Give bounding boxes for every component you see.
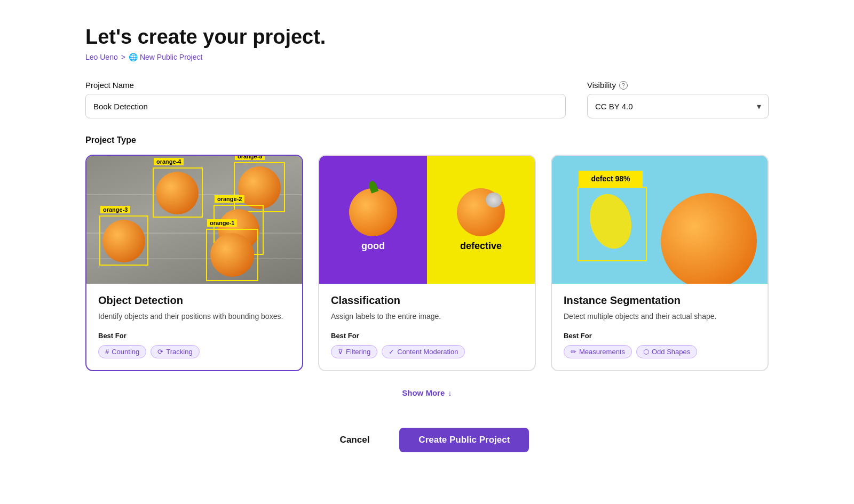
arrow-down-icon: ↓: [448, 388, 452, 397]
card-desc-object-detection: Identify objects and their positions wit…: [98, 311, 290, 322]
tag-filtering: ⊽ Filtering: [331, 345, 377, 358]
create-project-button[interactable]: Create Public Project: [399, 428, 529, 452]
page-title: Let's create your project.: [85, 26, 769, 49]
card-title-object-detection: Object Detection: [98, 294, 290, 307]
hash-icon: #: [105, 348, 109, 356]
card-image-object-detection: orange-3 orange-4 orange-5 orang: [86, 156, 302, 284]
best-for-label-od: Best For: [98, 332, 290, 340]
is-bounding-rect: [578, 187, 647, 261]
tag-measurements: ✏ Measurements: [564, 345, 632, 358]
tag-counting-label: Counting: [112, 348, 139, 356]
visibility-group: Visibility ? CC BY 4.0 Private Public ▾: [587, 81, 769, 118]
card-body-instance-seg: Instance Segmentation Detect multiple ob…: [552, 284, 768, 370]
cards-row: orange-3 orange-4 orange-5 orang: [85, 155, 769, 371]
tag-filtering-label: Filtering: [346, 348, 370, 356]
orange-good-image: [349, 188, 397, 236]
breadcrumb-project: 🌐 New Public Project: [129, 53, 203, 61]
hexagon-icon: ⬡: [643, 348, 649, 356]
is-defect-bbox: defect 98%: [579, 171, 643, 187]
show-more-label: Show More: [402, 388, 445, 397]
cls-defective-half: defective: [427, 156, 535, 284]
cls-good-label: good: [361, 241, 385, 252]
card-instance-segmentation[interactable]: defect 98% Instance Segmentation Detect …: [551, 155, 769, 371]
card-body-classification: Classification Assign labels to the enti…: [319, 284, 535, 370]
is-scene: defect 98%: [552, 156, 768, 284]
cancel-button[interactable]: Cancel: [325, 428, 385, 452]
card-title-classification: Classification: [331, 294, 523, 307]
card-body-object-detection: Object Detection Identify objects and th…: [86, 284, 302, 370]
tag-odd-shapes-label: Odd Shapes: [652, 348, 690, 356]
card-desc-instance-seg: Detect multiple objects and their actual…: [564, 311, 756, 322]
best-for-label-cls: Best For: [331, 332, 523, 340]
form-row: Project Name Visibility ? CC BY 4.0 Priv…: [85, 81, 769, 118]
cls-good-half: good: [319, 156, 427, 284]
cls-defective-label: defective: [460, 241, 502, 252]
tag-content-moderation: ✓ Content Moderation: [382, 345, 465, 358]
card-tags-cls: ⊽ Filtering ✓ Content Moderation: [331, 345, 523, 358]
footer-actions: Cancel Create Public Project: [85, 423, 769, 452]
tag-tracking: ⟳ Tracking: [151, 345, 199, 358]
tracking-icon: ⟳: [157, 348, 163, 356]
filter-icon: ⊽: [338, 348, 343, 356]
card-classification[interactable]: good defective Classification Assign lab…: [318, 155, 536, 371]
tag-measurements-label: Measurements: [579, 348, 625, 356]
orange-defective-image: [457, 188, 505, 236]
show-more-button[interactable]: Show More ↓: [402, 388, 452, 397]
globe-icon: 🌐: [129, 53, 138, 61]
is-orange: [661, 193, 757, 284]
breadcrumb-project-label: New Public Project: [140, 53, 203, 61]
is-defect-label: defect 98%: [591, 174, 630, 183]
project-type-label: Project Type: [85, 135, 769, 145]
tag-odd-shapes: ⬡ Odd Shapes: [636, 345, 697, 358]
cls-image-split: good defective: [319, 156, 535, 284]
visibility-select[interactable]: CC BY 4.0 Private Public: [587, 94, 769, 118]
show-more-section: Show More ↓: [85, 388, 769, 398]
tag-counting: # Counting: [98, 345, 146, 358]
visibility-select-wrapper: CC BY 4.0 Private Public ▾: [587, 94, 769, 118]
project-name-input[interactable]: [85, 94, 566, 118]
pencil-icon: ✏: [571, 348, 576, 356]
card-tags-is: ✏ Measurements ⬡ Odd Shapes: [564, 345, 756, 358]
project-name-label: Project Name: [85, 81, 566, 90]
breadcrumb: Leo Ueno > 🌐 New Public Project: [85, 53, 769, 61]
project-name-group: Project Name: [85, 81, 566, 118]
visibility-label: Visibility ?: [587, 81, 769, 90]
breadcrumb-user: Leo Ueno: [85, 53, 118, 61]
visibility-help-icon[interactable]: ?: [619, 81, 628, 90]
card-image-instance-seg: defect 98%: [552, 156, 768, 284]
card-desc-classification: Assign labels to the entire image.: [331, 311, 523, 322]
breadcrumb-separator: >: [121, 53, 125, 61]
card-title-instance-seg: Instance Segmentation: [564, 294, 756, 307]
best-for-label-is: Best For: [564, 332, 756, 340]
card-tags-od: # Counting ⟳ Tracking: [98, 345, 290, 358]
tag-content-mod-label: Content Moderation: [397, 348, 458, 356]
card-image-classification: good defective: [319, 156, 535, 284]
check-icon: ✓: [389, 348, 394, 356]
card-object-detection[interactable]: orange-3 orange-4 orange-5 orang: [85, 155, 303, 371]
tag-tracking-label: Tracking: [166, 348, 192, 356]
